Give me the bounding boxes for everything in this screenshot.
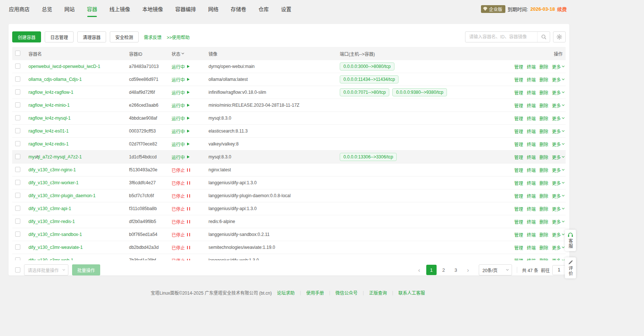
row-checkbox[interactable] bbox=[15, 115, 20, 120]
status-cell[interactable]: 运行中 bbox=[172, 128, 209, 134]
row-checkbox[interactable] bbox=[15, 219, 20, 224]
action-terminal-link[interactable]: 终端 bbox=[527, 102, 536, 109]
footer-link-2[interactable]: 微信公众号 bbox=[335, 289, 357, 296]
container-name-link[interactable]: dify_v130_c3mr-web-1 bbox=[28, 258, 73, 260]
action-more-link[interactable]: 更多 bbox=[552, 167, 564, 173]
footer-link-1[interactable]: 使用手册 bbox=[306, 289, 324, 296]
row-checkbox[interactable] bbox=[15, 89, 20, 95]
bulk-action-select[interactable]: 请选择批量操作 bbox=[24, 264, 68, 275]
status-cell[interactable]: 已停止 bbox=[172, 219, 209, 225]
action-delete-link[interactable]: 删除 bbox=[539, 128, 548, 134]
search-input[interactable] bbox=[465, 34, 537, 40]
action-terminal-link[interactable]: 终端 bbox=[527, 219, 536, 225]
container-name-link[interactable]: openwebui_iwcd-openwebui_iwcD-1 bbox=[28, 64, 100, 69]
action-more-link[interactable]: 更多 bbox=[552, 180, 564, 186]
action-manage-link[interactable]: 管理 bbox=[514, 180, 523, 186]
row-checkbox[interactable] bbox=[15, 76, 20, 82]
status-cell[interactable]: 运行中 bbox=[172, 141, 209, 147]
container-name-link[interactable]: dify_v130_c3mr-nginx-1 bbox=[28, 167, 76, 172]
nav-item-local-image[interactable]: 本地镜像 bbox=[142, 3, 163, 15]
container-name-link[interactable]: ragflow_kr4z-redis-1 bbox=[28, 141, 69, 147]
action-manage-link[interactable]: 管理 bbox=[514, 64, 523, 70]
footer-link-3[interactable]: 正版查询 bbox=[369, 289, 387, 296]
action-terminal-link[interactable]: 终端 bbox=[527, 193, 536, 199]
nav-item-website[interactable]: 网站 bbox=[64, 3, 75, 15]
status-cell[interactable]: 运行中 bbox=[172, 154, 209, 160]
page-button-1[interactable]: 1 bbox=[426, 265, 437, 275]
container-name-link[interactable]: ragflow_kr4z-ragflow-1 bbox=[28, 90, 73, 95]
feedback-link[interactable]: 需求反馈 bbox=[144, 34, 162, 40]
table-settings-button[interactable] bbox=[553, 31, 566, 42]
nav-item-volume[interactable]: 存储卷 bbox=[231, 3, 246, 15]
action-delete-link[interactable]: 删除 bbox=[539, 257, 548, 261]
action-delete-link[interactable]: 删除 bbox=[539, 219, 548, 225]
action-manage-link[interactable]: 管理 bbox=[514, 219, 523, 225]
action-terminal-link[interactable]: 终端 bbox=[527, 141, 536, 147]
row-checkbox[interactable] bbox=[15, 180, 20, 185]
row-checkbox[interactable] bbox=[15, 102, 20, 107]
action-manage-link[interactable]: 管理 bbox=[514, 128, 523, 134]
help-link[interactable]: >>使用帮助 bbox=[167, 34, 190, 40]
create-container-button[interactable]: 创建容器 bbox=[12, 31, 41, 42]
action-manage-link[interactable]: 管理 bbox=[514, 167, 523, 173]
action-terminal-link[interactable]: 终端 bbox=[527, 89, 536, 96]
action-delete-link[interactable]: 删除 bbox=[539, 206, 548, 212]
row-checkbox[interactable] bbox=[15, 64, 20, 69]
row-checkbox[interactable] bbox=[15, 257, 20, 261]
status-cell[interactable]: 运行中 bbox=[172, 102, 209, 109]
action-delete-link[interactable]: 删除 bbox=[539, 180, 548, 186]
action-delete-link[interactable]: 删除 bbox=[539, 244, 548, 251]
container-name-link[interactable]: dify_v130_c3mr-plugin_daemon-1 bbox=[28, 193, 95, 198]
action-manage-link[interactable]: 管理 bbox=[514, 141, 523, 147]
status-cell[interactable]: 已停止 bbox=[172, 244, 209, 251]
action-manage-link[interactable]: 管理 bbox=[514, 102, 523, 109]
action-more-link[interactable]: 更多 bbox=[552, 193, 564, 199]
bulk-select-all-checkbox[interactable] bbox=[15, 267, 20, 272]
action-more-link[interactable]: 更多 bbox=[552, 102, 564, 109]
container-name-link[interactable]: ragflow_kr4z-minio-1 bbox=[28, 103, 70, 108]
action-manage-link[interactable]: 管理 bbox=[514, 76, 523, 83]
action-manage-link[interactable]: 管理 bbox=[514, 232, 523, 238]
action-more-link[interactable]: 更多 bbox=[552, 219, 564, 225]
action-more-link[interactable]: 更多 bbox=[552, 257, 564, 261]
nav-item-container[interactable]: 容器 bbox=[87, 3, 97, 15]
container-name-link[interactable]: ragflow_kr4z-es01-1 bbox=[28, 128, 69, 134]
nav-item-compose[interactable]: 容器编排 bbox=[175, 3, 196, 15]
action-terminal-link[interactable]: 终端 bbox=[527, 257, 536, 261]
log-manage-button[interactable]: 日志管理 bbox=[45, 31, 74, 42]
action-delete-link[interactable]: 删除 bbox=[539, 64, 548, 70]
status-cell[interactable]: 已停止 bbox=[172, 180, 209, 186]
action-terminal-link[interactable]: 终端 bbox=[527, 154, 536, 160]
action-terminal-link[interactable]: 终端 bbox=[527, 167, 536, 173]
nav-item-settings[interactable]: 设置 bbox=[281, 3, 291, 15]
action-delete-link[interactable]: 删除 bbox=[539, 193, 548, 199]
clean-container-button[interactable]: 清理容器 bbox=[77, 31, 106, 42]
prev-page-button[interactable]: ‹ bbox=[414, 265, 424, 275]
status-cell[interactable]: 运行中 bbox=[172, 115, 209, 121]
container-name-link[interactable]: ollama_cdjs-ollama_Cdjs-1 bbox=[28, 77, 82, 82]
row-checkbox[interactable] bbox=[15, 206, 20, 211]
action-more-link[interactable]: 更多 bbox=[552, 141, 564, 147]
row-checkbox[interactable] bbox=[15, 244, 20, 250]
action-delete-link[interactable]: 删除 bbox=[539, 167, 548, 173]
row-checkbox[interactable] bbox=[15, 154, 20, 159]
action-more-link[interactable]: 更多 bbox=[552, 115, 564, 121]
container-name-link[interactable]: dify_v130_c3mr-worker-1 bbox=[28, 180, 78, 185]
nav-item-online-image[interactable]: 线上镜像 bbox=[109, 3, 130, 15]
status-cell[interactable]: 已停止 bbox=[172, 167, 209, 173]
status-cell[interactable]: 已停止 bbox=[172, 232, 209, 238]
container-name-link[interactable]: ragflow_kr4z-mysql-1 bbox=[28, 116, 71, 121]
action-manage-link[interactable]: 管理 bbox=[514, 257, 523, 261]
row-checkbox[interactable] bbox=[15, 141, 20, 146]
footer-link-0[interactable]: 论坛求助 bbox=[277, 289, 295, 296]
status-cell[interactable]: 运行中 bbox=[172, 89, 209, 96]
goto-page-input[interactable] bbox=[552, 265, 566, 275]
renew-link[interactable]: 续费 bbox=[557, 6, 567, 13]
action-more-link[interactable]: 更多 bbox=[552, 128, 564, 134]
row-checkbox[interactable] bbox=[15, 193, 20, 198]
select-all-checkbox[interactable] bbox=[15, 51, 20, 56]
row-checkbox[interactable] bbox=[15, 128, 20, 133]
action-more-link[interactable]: 更多 bbox=[552, 232, 564, 238]
action-more-link[interactable]: 更多 bbox=[552, 206, 564, 212]
action-manage-link[interactable]: 管理 bbox=[514, 89, 523, 96]
